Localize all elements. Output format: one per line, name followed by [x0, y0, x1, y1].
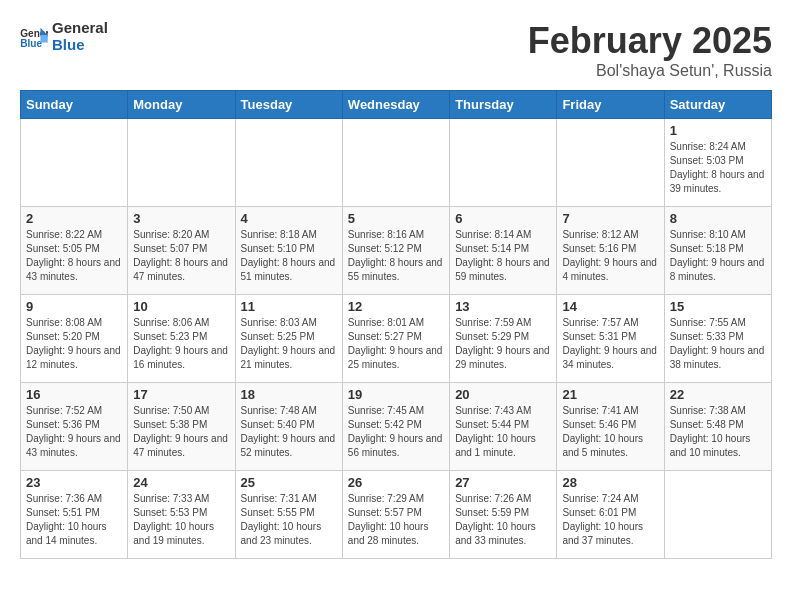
day-number: 9 — [26, 299, 122, 314]
calendar-cell: 27Sunrise: 7:26 AM Sunset: 5:59 PM Dayli… — [450, 471, 557, 559]
calendar-week-row: 23Sunrise: 7:36 AM Sunset: 5:51 PM Dayli… — [21, 471, 772, 559]
calendar-cell: 12Sunrise: 8:01 AM Sunset: 5:27 PM Dayli… — [342, 295, 449, 383]
day-info: Sunrise: 8:22 AM Sunset: 5:05 PM Dayligh… — [26, 228, 122, 284]
calendar-cell: 11Sunrise: 8:03 AM Sunset: 5:25 PM Dayli… — [235, 295, 342, 383]
title-section: February 2025 Bol'shaya Setun', Russia — [528, 20, 772, 80]
day-number: 16 — [26, 387, 122, 402]
calendar-week-row: 1Sunrise: 8:24 AM Sunset: 5:03 PM Daylig… — [21, 119, 772, 207]
calendar-cell: 7Sunrise: 8:12 AM Sunset: 5:16 PM Daylig… — [557, 207, 664, 295]
calendar-header: SundayMondayTuesdayWednesdayThursdayFrid… — [21, 91, 772, 119]
calendar-cell: 17Sunrise: 7:50 AM Sunset: 5:38 PM Dayli… — [128, 383, 235, 471]
day-info: Sunrise: 7:38 AM Sunset: 5:48 PM Dayligh… — [670, 404, 766, 460]
calendar-cell: 19Sunrise: 7:45 AM Sunset: 5:42 PM Dayli… — [342, 383, 449, 471]
day-number: 20 — [455, 387, 551, 402]
calendar-cell: 21Sunrise: 7:41 AM Sunset: 5:46 PM Dayli… — [557, 383, 664, 471]
calendar-cell: 10Sunrise: 8:06 AM Sunset: 5:23 PM Dayli… — [128, 295, 235, 383]
day-number: 23 — [26, 475, 122, 490]
calendar-cell: 20Sunrise: 7:43 AM Sunset: 5:44 PM Dayli… — [450, 383, 557, 471]
logo-general: General — [52, 20, 108, 37]
day-info: Sunrise: 7:33 AM Sunset: 5:53 PM Dayligh… — [133, 492, 229, 548]
day-number: 14 — [562, 299, 658, 314]
calendar-cell: 3Sunrise: 8:20 AM Sunset: 5:07 PM Daylig… — [128, 207, 235, 295]
calendar-cell — [450, 119, 557, 207]
day-number: 15 — [670, 299, 766, 314]
header-day: Saturday — [664, 91, 771, 119]
day-number: 11 — [241, 299, 337, 314]
day-info: Sunrise: 8:08 AM Sunset: 5:20 PM Dayligh… — [26, 316, 122, 372]
day-number: 27 — [455, 475, 551, 490]
day-info: Sunrise: 7:41 AM Sunset: 5:46 PM Dayligh… — [562, 404, 658, 460]
day-info: Sunrise: 8:18 AM Sunset: 5:10 PM Dayligh… — [241, 228, 337, 284]
calendar-cell — [557, 119, 664, 207]
day-number: 19 — [348, 387, 444, 402]
calendar-cell: 25Sunrise: 7:31 AM Sunset: 5:55 PM Dayli… — [235, 471, 342, 559]
day-number: 3 — [133, 211, 229, 226]
day-number: 6 — [455, 211, 551, 226]
day-info: Sunrise: 7:45 AM Sunset: 5:42 PM Dayligh… — [348, 404, 444, 460]
day-info: Sunrise: 7:26 AM Sunset: 5:59 PM Dayligh… — [455, 492, 551, 548]
day-info: Sunrise: 7:52 AM Sunset: 5:36 PM Dayligh… — [26, 404, 122, 460]
calendar-cell: 1Sunrise: 8:24 AM Sunset: 5:03 PM Daylig… — [664, 119, 771, 207]
calendar-cell: 13Sunrise: 7:59 AM Sunset: 5:29 PM Dayli… — [450, 295, 557, 383]
logo-blue: Blue — [52, 37, 108, 54]
day-info: Sunrise: 7:36 AM Sunset: 5:51 PM Dayligh… — [26, 492, 122, 548]
day-number: 7 — [562, 211, 658, 226]
day-info: Sunrise: 7:43 AM Sunset: 5:44 PM Dayligh… — [455, 404, 551, 460]
calendar-cell: 23Sunrise: 7:36 AM Sunset: 5:51 PM Dayli… — [21, 471, 128, 559]
calendar-cell: 24Sunrise: 7:33 AM Sunset: 5:53 PM Dayli… — [128, 471, 235, 559]
day-info: Sunrise: 8:01 AM Sunset: 5:27 PM Dayligh… — [348, 316, 444, 372]
calendar-cell — [21, 119, 128, 207]
header-day: Tuesday — [235, 91, 342, 119]
day-number: 13 — [455, 299, 551, 314]
calendar-cell: 26Sunrise: 7:29 AM Sunset: 5:57 PM Dayli… — [342, 471, 449, 559]
calendar-cell: 2Sunrise: 8:22 AM Sunset: 5:05 PM Daylig… — [21, 207, 128, 295]
calendar-body: 1Sunrise: 8:24 AM Sunset: 5:03 PM Daylig… — [21, 119, 772, 559]
svg-text:Blue: Blue — [20, 38, 42, 48]
day-info: Sunrise: 7:48 AM Sunset: 5:40 PM Dayligh… — [241, 404, 337, 460]
header-day: Thursday — [450, 91, 557, 119]
calendar-cell — [342, 119, 449, 207]
header-day: Friday — [557, 91, 664, 119]
calendar-week-row: 16Sunrise: 7:52 AM Sunset: 5:36 PM Dayli… — [21, 383, 772, 471]
svg-marker-3 — [40, 35, 47, 42]
day-info: Sunrise: 8:16 AM Sunset: 5:12 PM Dayligh… — [348, 228, 444, 284]
day-number: 4 — [241, 211, 337, 226]
calendar-cell: 15Sunrise: 7:55 AM Sunset: 5:33 PM Dayli… — [664, 295, 771, 383]
calendar-table: SundayMondayTuesdayWednesdayThursdayFrid… — [20, 90, 772, 559]
calendar-cell: 22Sunrise: 7:38 AM Sunset: 5:48 PM Dayli… — [664, 383, 771, 471]
day-info: Sunrise: 7:59 AM Sunset: 5:29 PM Dayligh… — [455, 316, 551, 372]
calendar-cell — [128, 119, 235, 207]
day-number: 10 — [133, 299, 229, 314]
day-number: 21 — [562, 387, 658, 402]
day-info: Sunrise: 8:06 AM Sunset: 5:23 PM Dayligh… — [133, 316, 229, 372]
page-header: General Blue General Blue February 2025 … — [20, 20, 772, 80]
day-info: Sunrise: 8:03 AM Sunset: 5:25 PM Dayligh… — [241, 316, 337, 372]
day-info: Sunrise: 8:14 AM Sunset: 5:14 PM Dayligh… — [455, 228, 551, 284]
calendar-cell: 28Sunrise: 7:24 AM Sunset: 6:01 PM Dayli… — [557, 471, 664, 559]
day-number: 5 — [348, 211, 444, 226]
day-info: Sunrise: 8:20 AM Sunset: 5:07 PM Dayligh… — [133, 228, 229, 284]
header-day: Sunday — [21, 91, 128, 119]
day-number: 2 — [26, 211, 122, 226]
calendar-cell: 14Sunrise: 7:57 AM Sunset: 5:31 PM Dayli… — [557, 295, 664, 383]
logo: General Blue General Blue — [20, 20, 108, 53]
day-number: 17 — [133, 387, 229, 402]
day-info: Sunrise: 7:29 AM Sunset: 5:57 PM Dayligh… — [348, 492, 444, 548]
day-info: Sunrise: 7:50 AM Sunset: 5:38 PM Dayligh… — [133, 404, 229, 460]
header-row: SundayMondayTuesdayWednesdayThursdayFrid… — [21, 91, 772, 119]
calendar-week-row: 9Sunrise: 8:08 AM Sunset: 5:20 PM Daylig… — [21, 295, 772, 383]
calendar-cell: 18Sunrise: 7:48 AM Sunset: 5:40 PM Dayli… — [235, 383, 342, 471]
day-info: Sunrise: 7:24 AM Sunset: 6:01 PM Dayligh… — [562, 492, 658, 548]
day-number: 8 — [670, 211, 766, 226]
day-number: 25 — [241, 475, 337, 490]
calendar-cell: 4Sunrise: 8:18 AM Sunset: 5:10 PM Daylig… — [235, 207, 342, 295]
calendar-subtitle: Bol'shaya Setun', Russia — [528, 62, 772, 80]
calendar-week-row: 2Sunrise: 8:22 AM Sunset: 5:05 PM Daylig… — [21, 207, 772, 295]
calendar-cell: 6Sunrise: 8:14 AM Sunset: 5:14 PM Daylig… — [450, 207, 557, 295]
day-info: Sunrise: 8:10 AM Sunset: 5:18 PM Dayligh… — [670, 228, 766, 284]
day-number: 24 — [133, 475, 229, 490]
day-number: 18 — [241, 387, 337, 402]
header-day: Monday — [128, 91, 235, 119]
day-number: 22 — [670, 387, 766, 402]
day-info: Sunrise: 8:12 AM Sunset: 5:16 PM Dayligh… — [562, 228, 658, 284]
